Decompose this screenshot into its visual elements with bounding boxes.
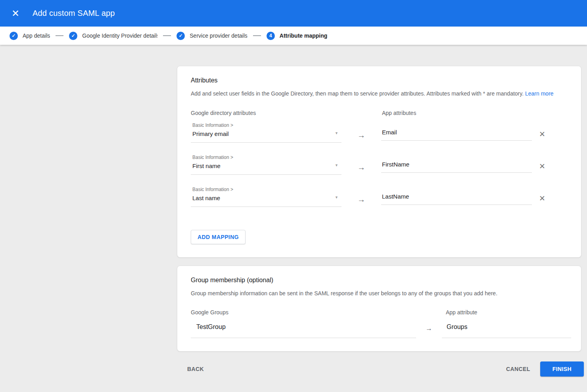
close-icon[interactable]: ✕ — [10, 8, 21, 19]
add-custom-saml-app-dialog: ✕ Add custom SAML app ✓ App details ✓ Go… — [0, 0, 587, 392]
attributes-card-description: Add and select user fields in the Google… — [191, 90, 568, 98]
remove-mapping-icon[interactable]: ✕ — [537, 161, 548, 172]
add-mapping-button[interactable]: ADD MAPPING — [191, 230, 246, 244]
cancel-button[interactable]: CANCEL — [500, 362, 537, 376]
remove-mapping-icon[interactable]: ✕ — [537, 129, 548, 140]
check-icon: ✓ — [176, 32, 185, 40]
directory-attribute-select[interactable]: Basic Information > Primary email ▼ — [191, 122, 341, 143]
directory-attribute-value: First name — [192, 163, 332, 169]
step-separator — [163, 35, 171, 36]
app-attribute-label: App attribute — [442, 309, 571, 316]
google-groups-label: Google Groups — [191, 309, 416, 316]
attribute-category-label: Basic Information > — [192, 155, 332, 160]
google-directory-attributes-header: Google directory attributes — [191, 110, 341, 116]
group-mapping-row: TestGroup → Groups — [191, 316, 568, 338]
app-attribute-input[interactable]: FirstName — [381, 161, 532, 173]
step-app-details[interactable]: ✓ App details — [10, 32, 50, 40]
step-number-icon: 4 — [267, 32, 275, 40]
directory-attribute-select[interactable]: Basic Information > First name ▼ — [191, 155, 341, 175]
wizard-content: Attributes Add and select user fields in… — [177, 66, 581, 352]
chevron-down-icon: ▼ — [335, 163, 338, 167]
group-app-attribute-input[interactable]: Groups — [442, 323, 571, 338]
arrow-right-icon: → — [357, 163, 365, 171]
mapping-column-headers: Google directory attributes App attribut… — [191, 110, 568, 116]
attributes-card: Attributes Add and select user fields in… — [177, 66, 581, 258]
attribute-category-label: Basic Information > — [192, 187, 332, 192]
app-attribute-input[interactable]: Email — [381, 129, 532, 141]
step-label: Service provider details — [190, 33, 247, 39]
group-membership-card: Group membership (optional) Group member… — [177, 266, 581, 352]
directory-attribute-select[interactable]: Basic Information > Last name ▼ — [191, 187, 341, 207]
attributes-description-text: Add and select user fields in the Google… — [191, 90, 524, 97]
step-attribute-mapping[interactable]: 4 Attribute mapping — [267, 32, 328, 40]
step-label: Attribute mapping — [280, 33, 328, 39]
directory-attribute-value: Primary email — [192, 130, 332, 137]
app-attributes-header: App attributes — [381, 110, 532, 116]
arrow-right-icon: → — [357, 131, 365, 139]
group-membership-description: Group membership information can be sent… — [191, 290, 568, 298]
back-button[interactable]: BACK — [181, 362, 210, 376]
mapping-row: Basic Information > Last name ▼ → LastNa… — [191, 187, 568, 207]
app-attribute-input[interactable]: LastName — [381, 193, 532, 205]
group-column-headers: Google Groups App attribute — [191, 309, 568, 316]
mapping-row: Basic Information > Primary email ▼ → Em… — [191, 122, 568, 143]
directory-attribute-value: Last name — [192, 195, 332, 201]
remove-mapping-icon[interactable]: ✕ — [537, 193, 548, 204]
chevron-down-icon: ▼ — [335, 131, 338, 135]
chevron-down-icon: ▼ — [335, 195, 338, 199]
wizard-footer: BACK CANCEL FINISH — [177, 361, 584, 377]
finish-button[interactable]: FINISH — [540, 361, 584, 377]
step-label: App details — [23, 33, 50, 39]
attribute-category-label: Basic Information > — [192, 122, 332, 128]
attributes-card-title: Attributes — [191, 77, 568, 84]
google-groups-input[interactable]: TestGroup — [191, 323, 416, 338]
step-google-idp-details[interactable]: ✓ Google Identity Provider details — [69, 32, 157, 40]
dialog-title: Add custom SAML app — [33, 9, 115, 18]
step-service-provider-details[interactable]: ✓ Service provider details — [176, 32, 247, 40]
step-separator — [56, 35, 63, 36]
learn-more-link[interactable]: Learn more — [525, 90, 554, 97]
mapping-row: Basic Information > First name ▼ → First… — [191, 155, 568, 175]
step-label: Google Identity Provider details — [82, 33, 157, 39]
wizard-stepper: ✓ App details ✓ Google Identity Provider… — [0, 27, 587, 45]
check-icon: ✓ — [10, 32, 18, 40]
arrow-right-icon: → — [426, 325, 432, 332]
dialog-header: ✕ Add custom SAML app — [0, 0, 587, 27]
check-icon: ✓ — [69, 32, 77, 40]
group-membership-title: Group membership (optional) — [191, 277, 568, 284]
step-separator — [253, 35, 261, 36]
arrow-right-icon: → — [357, 195, 365, 203]
